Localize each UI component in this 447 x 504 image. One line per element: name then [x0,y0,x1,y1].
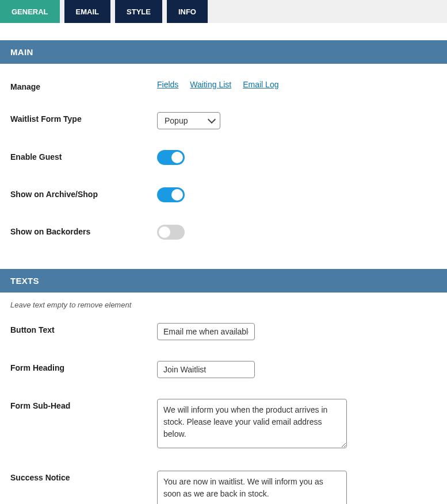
row-form-subhead: Form Sub-Head [0,388,447,460]
panel-main-body: Manage Fields Waiting List Email Log Wai… [0,64,447,269]
tab-general[interactable]: GENERAL [0,0,60,23]
label-show-archive: Show on Archive/Shop [10,187,157,199]
input-button-text[interactable] [157,323,255,340]
textarea-form-subhead[interactable] [157,399,347,448]
toggle-show-backorders[interactable] [157,225,185,240]
label-form-type: Waitlist Form Type [10,112,157,124]
manage-links: Fields Waiting List Email Log [157,80,437,89]
panel-texts-header: TEXTS [0,269,447,293]
toggle-enable-guest[interactable] [157,150,185,165]
select-form-type[interactable]: Popup [157,112,220,129]
tab-bar: GENERAL EMAIL STYLE INFO [0,0,447,23]
tab-email[interactable]: EMAIL [64,0,110,23]
row-show-backorders: Show on Backorders [0,214,447,252]
tab-style[interactable]: STYLE [115,0,162,23]
label-manage: Manage [10,80,157,91]
content-area: MAIN Manage Fields Waiting List Email Lo… [0,23,447,504]
label-show-backorders: Show on Backorders [10,225,157,236]
toggle-show-archive[interactable] [157,187,185,202]
label-form-subhead: Form Sub-Head [10,399,157,410]
row-enable-guest: Enable Guest [0,140,447,177]
select-wrap-form-type: Popup [157,112,220,129]
label-success-notice: Success Notice [10,471,157,482]
label-form-heading: Form Heading [10,361,157,372]
label-button-text: Button Text [10,323,157,334]
row-form-heading: Form Heading [0,351,447,388]
link-email-log[interactable]: Email Log [243,80,278,89]
panel-texts-note: Leave text empty to remove element [0,293,447,313]
textarea-success-notice[interactable] [157,471,347,504]
link-waiting-list[interactable]: Waiting List [190,80,231,89]
row-success-notice: Success Notice [0,460,447,504]
panel-texts-body: Button Text Form Heading Form Sub-Head S… [0,313,447,504]
input-form-heading[interactable] [157,361,255,378]
tab-info[interactable]: INFO [167,0,208,23]
row-form-type: Waitlist Form Type Popup [0,102,447,140]
panel-main-header: MAIN [0,40,447,64]
link-fields[interactable]: Fields [157,80,178,89]
row-button-text: Button Text [0,313,447,351]
label-enable-guest: Enable Guest [10,150,157,161]
row-show-archive: Show on Archive/Shop [0,177,447,214]
row-manage: Manage Fields Waiting List Email Log [0,70,447,102]
